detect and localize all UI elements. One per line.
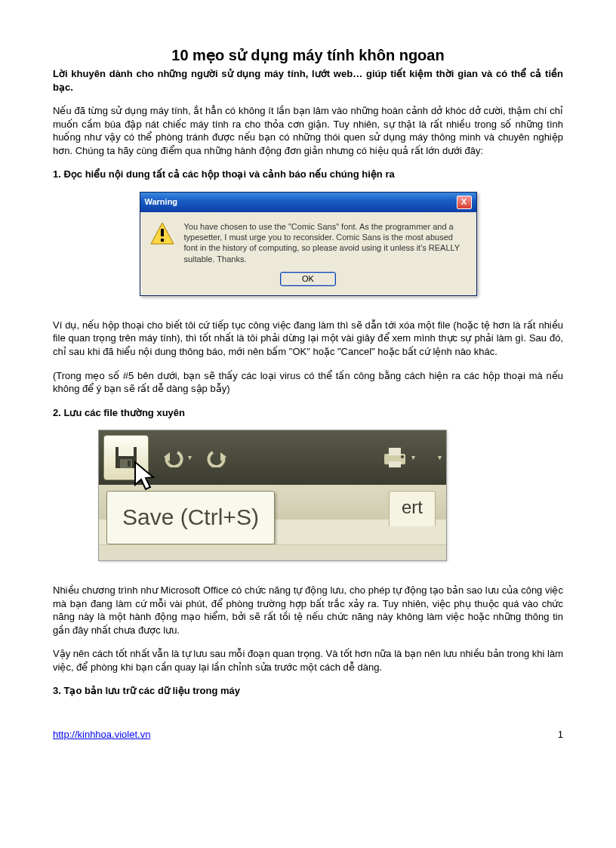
section-2-heading: 2. Lưu các file thường xuyên xyxy=(53,406,563,420)
svg-rect-10 xyxy=(389,448,401,455)
page-number: 1 xyxy=(558,728,563,742)
chevron-down-icon: ▾ xyxy=(438,452,442,463)
svg-rect-1 xyxy=(161,229,164,236)
paragraph-after-dialog-1: Ví dụ, nếu hộp thoại cho biết tôi cứ tiế… xyxy=(53,319,563,359)
dialog-body-text: You have chosen to use the "Comic Sans" … xyxy=(184,221,467,264)
save-button[interactable] xyxy=(103,435,149,480)
svg-rect-2 xyxy=(161,239,164,242)
paragraph-after-toolbar-2: Vậy nên cách tốt nhất vẫn là tự lưu sau … xyxy=(53,647,563,674)
printer-icon xyxy=(381,446,408,469)
save-icon xyxy=(113,445,139,470)
dialog-titlebar: Warning X xyxy=(140,193,476,212)
svg-rect-11 xyxy=(389,461,401,467)
ok-button[interactable]: OK xyxy=(280,272,336,286)
warning-dialog-figure: Warning X You have chosen to use the "Co… xyxy=(53,192,563,296)
paragraph-after-toolbar-1: Nhiều chương trình như Microsoft Office … xyxy=(53,584,563,637)
section-3-heading: 3. Tạo bản lưu trữ các dữ liệu trong máy xyxy=(53,684,563,698)
warning-dialog: Warning X You have chosen to use the "Co… xyxy=(140,192,477,296)
redo-icon xyxy=(205,448,228,467)
section-1-heading: 1. Đọc hiểu nội dung tất cả các hộp thoạ… xyxy=(53,168,563,181)
print-button[interactable]: ▾ xyxy=(381,446,415,469)
undo-button[interactable]: ▾ xyxy=(162,448,192,467)
close-icon[interactable]: X xyxy=(457,196,472,209)
svg-point-12 xyxy=(401,455,404,458)
toolbar-ribbon: ▾ ▾ ▾ xyxy=(99,430,446,485)
chevron-down-icon: ▾ xyxy=(188,452,192,463)
intro-paragraph: Nếu đã từng sử dụng máy tính, ắt hẳn có … xyxy=(53,104,563,157)
subtitle: Lời khuyên dành cho những người sử dụng … xyxy=(53,67,563,94)
page-title: 10 mẹo sử dụng máy tính khôn ngoan xyxy=(53,45,563,66)
paragraph-after-dialog-2: (Trong mẹo số #5 bên dưới, bạn sẽ thấy c… xyxy=(53,369,563,396)
chevron-down-icon: ▾ xyxy=(411,452,415,463)
warning-icon xyxy=(149,221,175,247)
ribbon-lower-bar xyxy=(99,544,446,560)
redo-button[interactable] xyxy=(205,448,228,467)
page-footer: http://kinhhoa.violet.vn 1 xyxy=(53,728,563,742)
save-toolbar-figure: ▾ ▾ ▾ ert Save (Ctrl+S) xyxy=(53,430,563,561)
footer-link[interactable]: http://kinhhoa.violet.vn xyxy=(53,728,150,742)
tab-partial[interactable]: ert xyxy=(389,491,436,526)
save-tooltip: Save (Ctrl+S) xyxy=(106,491,275,544)
svg-rect-6 xyxy=(128,461,131,467)
dialog-title: Warning xyxy=(145,196,178,208)
undo-icon xyxy=(162,448,185,467)
svg-rect-4 xyxy=(119,447,134,456)
